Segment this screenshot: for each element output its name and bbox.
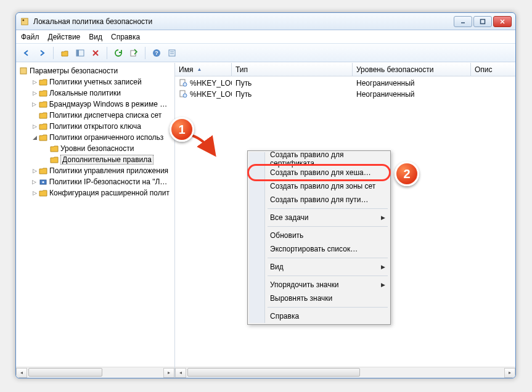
refresh-button[interactable] — [112, 46, 125, 60]
svg-rect-1 — [23, 19, 25, 21]
tree-twist-icon[interactable]: ▷ — [31, 190, 38, 196]
cell-level: Неограниченный — [353, 90, 471, 99]
cm-label: Создать правило для хеша… — [270, 168, 371, 177]
up-button[interactable] — [58, 46, 72, 60]
delete-button[interactable] — [89, 46, 102, 60]
cm-align[interactable]: Выровнять значки — [249, 292, 389, 305]
column-level[interactable]: Уровень безопасности — [353, 63, 471, 76]
cm-refresh[interactable]: Обновить — [249, 229, 389, 242]
cm-label: Создать правило для сертификата… — [270, 150, 378, 168]
maximize-button[interactable] — [473, 16, 492, 27]
cm-label: Все задачи — [270, 213, 309, 222]
showhide-button[interactable] — [73, 46, 87, 60]
list-row[interactable]: %HKEY_LOC…ПутьНеограниченный — [175, 89, 515, 100]
toolbar-separator — [53, 47, 54, 59]
cm-separator — [268, 208, 388, 209]
tree-twist-icon[interactable]: ▷ — [31, 79, 38, 85]
annotation-number: 2 — [403, 167, 410, 181]
svg-point-22 — [183, 94, 187, 97]
cm-create-path-rule[interactable]: Создать правило для пути… — [249, 193, 389, 206]
scroll-left-icon[interactable]: ◂ — [175, 368, 186, 378]
cm-create-zone-rule[interactable]: Создать правило для зоны сет — [249, 179, 389, 193]
scroll-right-icon[interactable]: ▸ — [504, 368, 515, 378]
toolbar: ? — [16, 44, 515, 62]
menu-file[interactable]: Файл — [21, 33, 39, 41]
tree-item[interactable]: ▷Политики открытого ключа — [17, 121, 173, 132]
column-desc[interactable]: Опис — [471, 63, 515, 76]
annotation-badge-1: 1 — [170, 117, 194, 142]
export-button[interactable] — [127, 46, 141, 60]
titlebar: Локальная политика безопасности — [16, 13, 515, 30]
cm-label: Вид — [270, 263, 284, 271]
tree-item[interactable]: ▷Политики управления приложения — [17, 165, 173, 176]
minimize-button[interactable] — [454, 16, 472, 27]
cm-all-tasks[interactable]: Все задачи▶ — [249, 211, 389, 224]
column-type[interactable]: Тип — [232, 63, 353, 76]
properties-button[interactable] — [165, 46, 179, 60]
tree[interactable]: Параметры безопасности ▷Политики учетных… — [16, 63, 174, 367]
folder-icon — [38, 110, 48, 120]
scroll-left-icon[interactable]: ◂ — [16, 368, 27, 378]
cm-label: Выровнять значки — [270, 294, 332, 303]
toolbar-separator — [145, 47, 145, 59]
folder-icon — [38, 99, 48, 109]
cm-view[interactable]: Вид▶ — [249, 260, 389, 274]
tree-root[interactable]: Параметры безопасности — [17, 65, 173, 76]
folder-icon — [49, 144, 59, 153]
scroll-track[interactable] — [27, 368, 163, 378]
tree-item[interactable]: ▷Политики учетных записей — [17, 76, 173, 88]
list-hscroll[interactable]: ◂ ▸ — [175, 367, 515, 378]
cell-name-text: %HKEY_LOC… — [190, 79, 232, 88]
window-title: Локальная политика безопасности — [33, 17, 454, 26]
cm-label: Справка — [270, 312, 299, 321]
cm-arrange[interactable]: Упорядочить значки▶ — [249, 278, 389, 292]
svg-rect-0 — [22, 18, 28, 25]
tree-twist-icon[interactable]: ▷ — [31, 168, 38, 174]
cell-name: %HKEY_LOC… — [175, 89, 232, 100]
tree-item[interactable]: ▷Конфигурация расширенной полит — [17, 187, 173, 198]
tree-twist-icon[interactable]: ▷ — [31, 123, 38, 129]
tree-item[interactable]: ◢Политики ограниченного использ — [17, 132, 173, 143]
tree-item[interactable]: ▷Политики IP-безопасности на "Лока — [17, 176, 173, 187]
scroll-thumb[interactable] — [28, 368, 102, 377]
tree-hscroll[interactable]: ◂ ▸ — [16, 367, 174, 378]
scroll-track[interactable] — [186, 368, 504, 378]
tree-item[interactable]: Уровни безопасности — [17, 143, 173, 154]
menu-view[interactable]: Вид — [89, 33, 102, 41]
tree-item[interactable]: Дополнительные правила — [17, 154, 173, 165]
folder-icon — [38, 133, 48, 142]
tree-label: Дополнительные правила — [60, 155, 153, 165]
tree-label: Уровни безопасности — [60, 144, 134, 153]
cm-create-cert-rule[interactable]: Создать правило для сертификата… — [249, 152, 389, 166]
cm-create-hash-rule[interactable]: Создать правило для хеша… — [249, 166, 389, 179]
tree-label: Политики учетных записей — [49, 78, 142, 86]
tree-twist-icon[interactable]: ◢ — [31, 134, 38, 141]
svg-rect-7 — [76, 50, 79, 56]
app-icon — [20, 17, 30, 27]
security-icon — [18, 66, 28, 76]
folder-icon — [38, 88, 48, 98]
help-button[interactable]: ? — [150, 46, 163, 60]
menu-action[interactable]: Действие — [48, 33, 81, 41]
tree-pane: Параметры безопасности ▷Политики учетных… — [16, 63, 175, 378]
svg-rect-13 — [169, 50, 175, 56]
cm-export[interactable]: Экспортировать список… — [249, 242, 389, 256]
list-row[interactable]: %HKEY_LOC…ПутьНеограниченный — [175, 78, 515, 89]
tree-item[interactable]: Политики диспетчера списка сет — [17, 110, 173, 121]
back-button[interactable] — [20, 46, 33, 60]
tree-twist-icon[interactable]: ▷ — [31, 179, 38, 185]
tree-twist-icon[interactable]: ▷ — [31, 90, 38, 96]
tree-item[interactable]: ▷Локальные политики — [17, 88, 173, 99]
submenu-arrow-icon: ▶ — [381, 264, 385, 270]
menu-help[interactable]: Справка — [111, 33, 140, 41]
scroll-right-icon[interactable]: ▸ — [163, 368, 174, 378]
close-button[interactable] — [493, 16, 512, 27]
tree-twist-icon[interactable]: ▷ — [31, 101, 38, 107]
cm-help[interactable]: Справка — [249, 309, 389, 323]
scroll-thumb[interactable] — [187, 368, 360, 377]
cm-label: Создать правило для зоны сет — [270, 182, 375, 190]
forward-button[interactable] — [35, 46, 49, 60]
column-name[interactable]: Имя▲ — [175, 63, 232, 76]
cell-name: %HKEY_LOC… — [175, 78, 232, 89]
tree-item[interactable]: ▷Брандмауэр Windows в режиме пов — [17, 99, 173, 110]
